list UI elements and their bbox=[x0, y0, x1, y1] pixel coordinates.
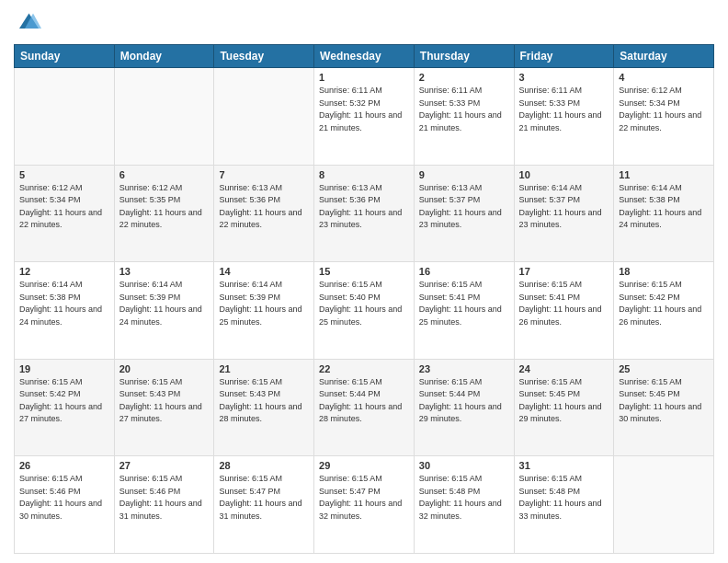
day-info: Sunrise: 6:15 AMSunset: 5:45 PMDaylight:… bbox=[519, 376, 609, 426]
calendar-cell: 15Sunrise: 6:15 AMSunset: 5:40 PMDayligh… bbox=[314, 262, 415, 360]
calendar-cell: 26Sunrise: 6:15 AMSunset: 5:46 PMDayligh… bbox=[15, 456, 115, 554]
calendar-cell: 8Sunrise: 6:13 AMSunset: 5:36 PMDaylight… bbox=[314, 165, 415, 262]
day-number: 20 bbox=[119, 363, 210, 374]
day-number: 4 bbox=[619, 72, 709, 83]
weekday-header-monday: Monday bbox=[114, 45, 214, 68]
day-info: Sunrise: 6:12 AMSunset: 5:34 PMDaylight:… bbox=[19, 182, 109, 232]
day-number: 16 bbox=[419, 266, 509, 277]
calendar-cell: 28Sunrise: 6:15 AMSunset: 5:47 PMDayligh… bbox=[214, 456, 314, 554]
week-row-3: 12Sunrise: 6:14 AMSunset: 5:38 PMDayligh… bbox=[15, 262, 714, 360]
calendar-cell: 22Sunrise: 6:15 AMSunset: 5:44 PMDayligh… bbox=[314, 359, 415, 456]
day-number: 14 bbox=[219, 266, 309, 277]
day-number: 22 bbox=[319, 363, 409, 374]
day-info: Sunrise: 6:13 AMSunset: 5:37 PMDaylight:… bbox=[419, 182, 509, 232]
calendar-cell: 17Sunrise: 6:15 AMSunset: 5:41 PMDayligh… bbox=[514, 262, 614, 360]
day-number: 17 bbox=[519, 266, 609, 277]
day-info: Sunrise: 6:13 AMSunset: 5:36 PMDaylight:… bbox=[319, 182, 409, 232]
day-info: Sunrise: 6:14 AMSunset: 5:38 PMDaylight:… bbox=[19, 279, 109, 328]
day-info: Sunrise: 6:15 AMSunset: 5:47 PMDaylight:… bbox=[319, 473, 409, 523]
day-info: Sunrise: 6:11 AMSunset: 5:32 PMDaylight:… bbox=[319, 85, 409, 134]
day-number: 29 bbox=[319, 460, 409, 471]
weekday-header-row: SundayMondayTuesdayWednesdayThursdayFrid… bbox=[15, 45, 714, 68]
calendar-cell: 30Sunrise: 6:15 AMSunset: 5:48 PMDayligh… bbox=[414, 456, 514, 554]
weekday-header-saturday: Saturday bbox=[614, 45, 714, 68]
day-number: 21 bbox=[219, 363, 309, 374]
day-number: 6 bbox=[119, 169, 210, 180]
day-info: Sunrise: 6:15 AMSunset: 5:42 PMDaylight:… bbox=[19, 376, 109, 426]
calendar-cell: 19Sunrise: 6:15 AMSunset: 5:42 PMDayligh… bbox=[15, 359, 115, 456]
calendar-cell bbox=[214, 68, 314, 166]
day-info: Sunrise: 6:15 AMSunset: 5:43 PMDaylight:… bbox=[219, 376, 309, 426]
day-info: Sunrise: 6:14 AMSunset: 5:37 PMDaylight:… bbox=[519, 182, 609, 232]
week-row-4: 19Sunrise: 6:15 AMSunset: 5:42 PMDayligh… bbox=[15, 359, 714, 456]
calendar-cell: 27Sunrise: 6:15 AMSunset: 5:46 PMDayligh… bbox=[114, 456, 214, 554]
weekday-header-friday: Friday bbox=[514, 45, 614, 68]
logo-icon bbox=[14, 9, 41, 37]
day-info: Sunrise: 6:13 AMSunset: 5:36 PMDaylight:… bbox=[219, 182, 309, 232]
day-info: Sunrise: 6:15 AMSunset: 5:48 PMDaylight:… bbox=[419, 473, 509, 523]
day-number: 26 bbox=[19, 460, 109, 471]
calendar-cell: 21Sunrise: 6:15 AMSunset: 5:43 PMDayligh… bbox=[214, 359, 314, 456]
day-info: Sunrise: 6:15 AMSunset: 5:45 PMDaylight:… bbox=[619, 376, 709, 426]
day-number: 25 bbox=[619, 363, 709, 374]
calendar-cell: 20Sunrise: 6:15 AMSunset: 5:43 PMDayligh… bbox=[114, 359, 214, 456]
day-info: Sunrise: 6:15 AMSunset: 5:43 PMDaylight:… bbox=[119, 376, 210, 426]
day-number: 7 bbox=[219, 169, 309, 180]
day-number: 1 bbox=[319, 72, 409, 83]
calendar-cell: 29Sunrise: 6:15 AMSunset: 5:47 PMDayligh… bbox=[314, 456, 415, 554]
calendar-cell: 16Sunrise: 6:15 AMSunset: 5:41 PMDayligh… bbox=[414, 262, 514, 360]
day-info: Sunrise: 6:12 AMSunset: 5:35 PMDaylight:… bbox=[119, 182, 210, 232]
day-info: Sunrise: 6:12 AMSunset: 5:34 PMDaylight:… bbox=[619, 85, 709, 134]
day-number: 2 bbox=[419, 72, 509, 83]
calendar-cell: 24Sunrise: 6:15 AMSunset: 5:45 PMDayligh… bbox=[514, 359, 614, 456]
calendar-cell: 13Sunrise: 6:14 AMSunset: 5:39 PMDayligh… bbox=[114, 262, 214, 360]
day-info: Sunrise: 6:15 AMSunset: 5:46 PMDaylight:… bbox=[119, 473, 210, 523]
calendar-cell: 6Sunrise: 6:12 AMSunset: 5:35 PMDaylight… bbox=[114, 165, 214, 262]
day-number: 9 bbox=[419, 169, 509, 180]
calendar-cell: 18Sunrise: 6:15 AMSunset: 5:42 PMDayligh… bbox=[614, 262, 714, 360]
day-number: 3 bbox=[519, 72, 609, 83]
calendar-cell bbox=[114, 68, 214, 166]
calendar-cell: 25Sunrise: 6:15 AMSunset: 5:45 PMDayligh… bbox=[614, 359, 714, 456]
day-number: 12 bbox=[19, 266, 109, 277]
calendar-cell: 1Sunrise: 6:11 AMSunset: 5:32 PMDaylight… bbox=[314, 68, 415, 166]
weekday-header-tuesday: Tuesday bbox=[214, 45, 314, 68]
calendar-cell: 9Sunrise: 6:13 AMSunset: 5:37 PMDaylight… bbox=[414, 165, 514, 262]
day-info: Sunrise: 6:14 AMSunset: 5:39 PMDaylight:… bbox=[119, 279, 210, 328]
calendar-cell: 23Sunrise: 6:15 AMSunset: 5:44 PMDayligh… bbox=[414, 359, 514, 456]
day-number: 11 bbox=[619, 169, 709, 180]
day-info: Sunrise: 6:15 AMSunset: 5:44 PMDaylight:… bbox=[419, 376, 509, 426]
calendar-cell: 10Sunrise: 6:14 AMSunset: 5:37 PMDayligh… bbox=[514, 165, 614, 262]
day-info: Sunrise: 6:14 AMSunset: 5:39 PMDaylight:… bbox=[219, 279, 309, 328]
day-info: Sunrise: 6:15 AMSunset: 5:41 PMDaylight:… bbox=[519, 279, 609, 328]
day-number: 30 bbox=[419, 460, 509, 471]
day-number: 24 bbox=[519, 363, 609, 374]
day-info: Sunrise: 6:11 AMSunset: 5:33 PMDaylight:… bbox=[519, 85, 609, 134]
day-info: Sunrise: 6:15 AMSunset: 5:46 PMDaylight:… bbox=[19, 473, 109, 523]
week-row-1: 1Sunrise: 6:11 AMSunset: 5:32 PMDaylight… bbox=[15, 68, 714, 166]
day-number: 28 bbox=[219, 460, 309, 471]
calendar-cell: 5Sunrise: 6:12 AMSunset: 5:34 PMDaylight… bbox=[15, 165, 115, 262]
day-number: 15 bbox=[319, 266, 409, 277]
day-number: 31 bbox=[519, 460, 609, 471]
day-info: Sunrise: 6:15 AMSunset: 5:41 PMDaylight:… bbox=[419, 279, 509, 328]
day-info: Sunrise: 6:15 AMSunset: 5:40 PMDaylight:… bbox=[319, 279, 409, 328]
day-number: 23 bbox=[419, 363, 509, 374]
calendar-cell: 14Sunrise: 6:14 AMSunset: 5:39 PMDayligh… bbox=[214, 262, 314, 360]
calendar-cell: 3Sunrise: 6:11 AMSunset: 5:33 PMDaylight… bbox=[514, 68, 614, 166]
day-number: 18 bbox=[619, 266, 709, 277]
day-info: Sunrise: 6:15 AMSunset: 5:47 PMDaylight:… bbox=[219, 473, 309, 523]
weekday-header-sunday: Sunday bbox=[15, 45, 115, 68]
day-number: 13 bbox=[119, 266, 210, 277]
calendar-cell bbox=[614, 456, 714, 554]
day-info: Sunrise: 6:15 AMSunset: 5:44 PMDaylight:… bbox=[319, 376, 409, 426]
calendar-cell: 12Sunrise: 6:14 AMSunset: 5:38 PMDayligh… bbox=[15, 262, 115, 360]
calendar-cell: 2Sunrise: 6:11 AMSunset: 5:33 PMDaylight… bbox=[414, 68, 514, 166]
calendar-cell: 31Sunrise: 6:15 AMSunset: 5:48 PMDayligh… bbox=[514, 456, 614, 554]
calendar-table: SundayMondayTuesdayWednesdayThursdayFrid… bbox=[14, 44, 714, 554]
day-number: 27 bbox=[119, 460, 210, 471]
calendar-cell: 7Sunrise: 6:13 AMSunset: 5:36 PMDaylight… bbox=[214, 165, 314, 262]
weekday-header-thursday: Thursday bbox=[414, 45, 514, 68]
calendar-cell: 11Sunrise: 6:14 AMSunset: 5:38 PMDayligh… bbox=[614, 165, 714, 262]
logo bbox=[14, 9, 45, 37]
